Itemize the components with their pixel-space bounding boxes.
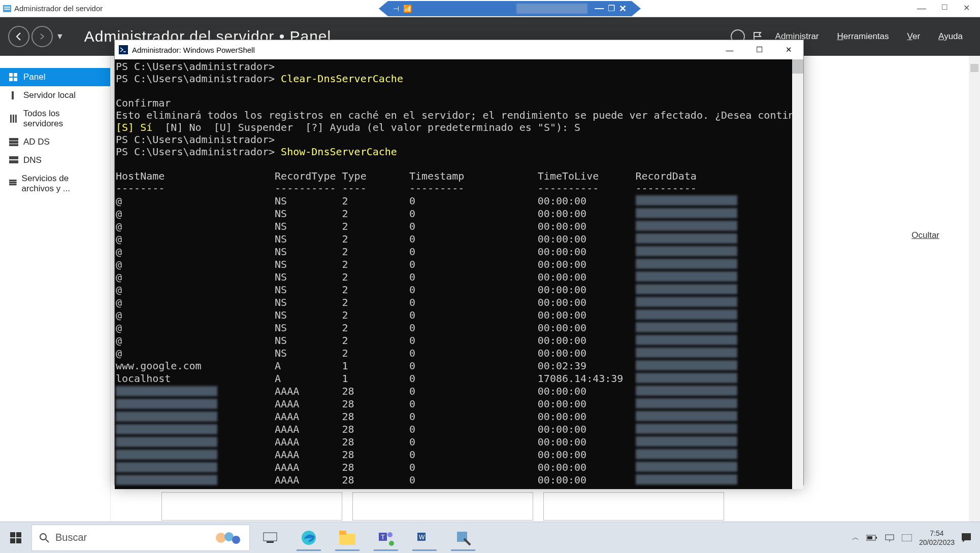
powershell-icon [119, 45, 128, 54]
sidebar-item-label: DNS [23, 155, 42, 165]
svg-rect-40 [426, 532, 432, 543]
svg-rect-15 [9, 160, 18, 163]
signal-icon: 📶 [403, 5, 412, 13]
svg-rect-5 [9, 78, 13, 81]
dashboard-tile[interactable] [543, 492, 724, 521]
outer-title-bar: Administrador del servidor ⊣ 📶 — ❐ ✕ — ☐… [0, 0, 980, 17]
tray-time[interactable]: 7:54 [930, 529, 943, 538]
svg-line-25 [46, 539, 49, 542]
adds-icon [9, 138, 18, 146]
system-tray: ︿ 7:54 20/02/2023 [852, 529, 980, 547]
svg-point-37 [389, 541, 394, 546]
svg-point-36 [387, 532, 393, 537]
outer-maximize-button[interactable]: ☐ [941, 3, 948, 14]
svg-rect-44 [867, 536, 872, 539]
dashboard-icon [9, 73, 18, 81]
svg-rect-45 [886, 535, 894, 540]
svg-text:W: W [419, 534, 425, 541]
taskbar-app-word[interactable]: W [409, 525, 440, 551]
start-button[interactable] [0, 522, 31, 554]
svg-rect-4 [14, 73, 17, 77]
vm-connection-bar[interactable]: ⊣ 📶 — ❐ ✕ [388, 1, 632, 16]
content-scrollbar[interactable] [969, 56, 980, 522]
search-placeholder: Buscar [55, 532, 87, 543]
sidebar-item-label: Panel [23, 72, 45, 82]
sidebar-item-all-servers[interactable]: Todos los servidores [0, 105, 110, 133]
taskbar-app-explorer[interactable] [332, 525, 363, 551]
svg-rect-21 [16, 532, 21, 537]
menu-help[interactable]: Ayuda [938, 31, 963, 42]
powershell-titlebar[interactable]: Administrador: Windows PowerShell — ☐ ✕ [115, 40, 803, 59]
svg-rect-32 [339, 534, 355, 545]
taskbar: Buscar T W ︿ 7:54 20/02/2023 [0, 522, 980, 553]
sidebar-item-dns[interactable]: DNS [0, 151, 110, 169]
tray-input-icon[interactable] [902, 534, 912, 541]
svg-rect-7 [12, 91, 14, 99]
nav-forward-button[interactable] [31, 26, 53, 47]
tray-overflow-icon[interactable]: ︿ [852, 533, 859, 542]
svg-rect-20 [10, 532, 15, 537]
nav-history-dropdown[interactable]: ▼ [56, 32, 64, 41]
svg-rect-14 [9, 156, 18, 159]
sidebar-item-local-server[interactable]: Servidor local [0, 86, 110, 105]
dashboard-tile[interactable] [352, 492, 533, 521]
svg-rect-43 [876, 537, 877, 539]
taskbar-app-teams[interactable]: T [371, 525, 401, 551]
vm-restore-icon[interactable]: ❐ [608, 4, 615, 13]
svg-rect-30 [267, 541, 274, 543]
servers-icon [9, 115, 18, 123]
nav-back-button[interactable] [8, 26, 29, 47]
menu-tools[interactable]: Herramientas [837, 31, 889, 42]
vm-minimize-icon[interactable]: — [595, 3, 604, 14]
ps-minimize-button[interactable]: — [715, 40, 744, 59]
sidebar-item-label: Todos los servidores [23, 109, 101, 129]
powershell-scrollbar[interactable] [792, 59, 803, 489]
taskbar-search[interactable]: Buscar [31, 525, 250, 551]
svg-rect-1 [4, 7, 10, 8]
sidebar-item-file-services[interactable]: Servicios de archivos y ... [0, 169, 110, 198]
svg-rect-17 [9, 182, 17, 183]
ps-close-button[interactable]: ✕ [774, 40, 803, 59]
powershell-console[interactable]: PS C:\Users\administrador> PS C:\Users\a… [115, 59, 792, 489]
sidebar-item-panel[interactable]: Panel [0, 68, 110, 86]
sidebar-item-adds[interactable]: AD DS [0, 133, 110, 151]
powershell-window: Administrador: Windows PowerShell — ☐ ✕ … [114, 40, 804, 485]
sidebar-item-label: Servicios de archivos y ... [22, 174, 101, 194]
vm-close-icon[interactable]: ✕ [619, 3, 627, 14]
svg-rect-29 [264, 533, 277, 541]
tray-notifications-icon[interactable] [962, 533, 971, 542]
task-view-button[interactable] [255, 525, 285, 551]
tray-network-icon[interactable] [885, 534, 895, 542]
powershell-title-text: Administrador: Windows PowerShell [132, 46, 255, 54]
dashboard-tile[interactable] [161, 492, 342, 521]
hide-link[interactable]: Ocultar [911, 230, 939, 240]
sidebar: Panel Servidor local Todos los servidore… [0, 56, 111, 522]
taskbar-app-server-manager[interactable] [448, 525, 478, 551]
outer-window-title: Administrador del servidor [14, 4, 103, 13]
svg-rect-8 [10, 115, 12, 123]
svg-text:T: T [381, 533, 385, 541]
tray-battery-icon[interactable] [866, 534, 877, 541]
sidebar-item-label: AD DS [23, 137, 50, 147]
svg-rect-3 [9, 73, 13, 77]
dns-icon [9, 156, 18, 164]
outer-minimize-button[interactable]: — [917, 3, 926, 14]
svg-rect-18 [9, 184, 17, 185]
menu-view[interactable]: Ver [907, 31, 921, 42]
svg-rect-47 [902, 534, 912, 541]
sidebar-item-label: Servidor local [23, 90, 76, 100]
svg-rect-12 [9, 141, 18, 144]
tray-date[interactable]: 20/02/2023 [919, 538, 955, 547]
outer-close-button[interactable]: ✕ [963, 3, 970, 14]
svg-rect-2 [4, 9, 10, 10]
svg-rect-10 [15, 115, 17, 123]
pin-icon[interactable]: ⊣ [393, 5, 399, 13]
ps-maximize-button[interactable]: ☐ [744, 40, 774, 59]
vm-name-redacted [516, 4, 587, 14]
search-highlights-icon[interactable] [214, 528, 242, 548]
svg-rect-33 [339, 531, 346, 535]
server-icon [9, 91, 18, 99]
main-menu: Administrar Herramientas Ver Ayuda [775, 31, 972, 42]
svg-point-24 [40, 534, 46, 540]
taskbar-app-edge[interactable] [293, 525, 324, 551]
